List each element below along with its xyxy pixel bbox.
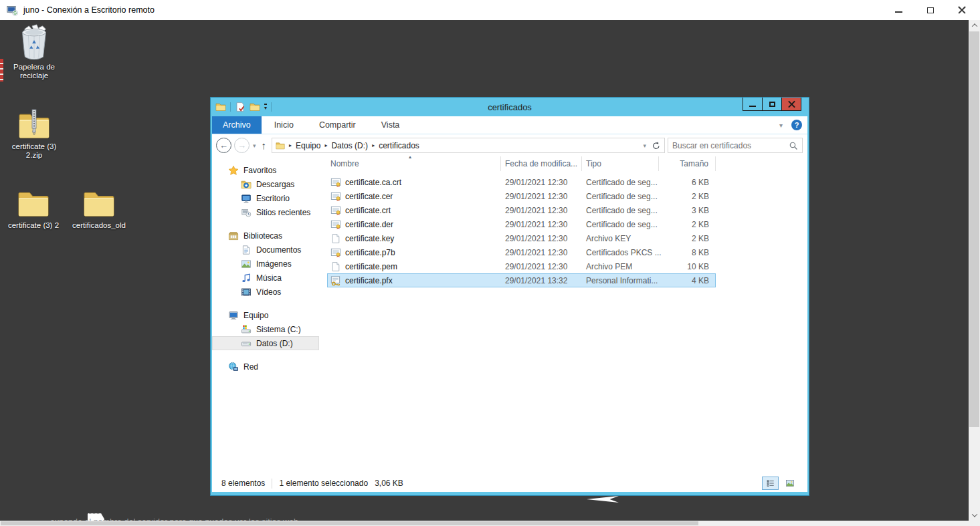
file-row[interactable]: certificate.p7b 29/01/2021 12:30 Certifi…: [327, 245, 716, 259]
explorer-titlebar[interactable]: ▾ certificados: [212, 98, 807, 116]
horizontal-scroll-thumb[interactable]: [1, 521, 698, 525]
desktop-icon-certificados-old[interactable]: certificados_old: [66, 189, 132, 230]
file-date: 29/01/2021 12:30: [501, 234, 582, 243]
desktop-icon-recycle-bin[interactable]: Papelera de reciclaje: [4, 24, 64, 80]
navigation-pane: Favoritos Descargas Escritorio Sitios re…: [212, 156, 319, 475]
window-maximize-button[interactable]: [762, 98, 782, 111]
breadcrumb-datos-d[interactable]: Datos (D:): [331, 141, 368, 150]
ribbon-right-controls: ▾ ?: [779, 116, 802, 134]
breadcrumb-arrow-icon: ▸: [289, 142, 292, 148]
sidebar-item-datos-d[interactable]: Datos (D:): [212, 336, 319, 350]
sidebar-item-imagenes[interactable]: Imágenes: [212, 257, 319, 271]
qat-properties-icon[interactable]: [235, 102, 246, 112]
sidebar-item-label: Escritorio: [256, 194, 290, 203]
sidebar-item-label: Sistema (C:): [256, 325, 301, 334]
window-minimize-button[interactable]: [743, 98, 763, 111]
file-date: 29/01/2021 12:30: [501, 206, 582, 215]
sidebar-item-musica[interactable]: Música: [212, 271, 319, 285]
file-type: Certificado de seg...: [582, 206, 659, 215]
file-row[interactable]: certificate.key 29/01/2021 12:30 Archivo…: [327, 231, 716, 245]
tab-vista[interactable]: Vista: [369, 116, 413, 134]
help-icon[interactable]: ?: [791, 120, 802, 130]
icons-view-button[interactable]: [781, 477, 798, 490]
back-button[interactable]: ←: [216, 138, 231, 153]
ribbon-tab-strip: Archivo Inicio Compartir Vista ▾ ?: [212, 116, 807, 134]
sidebar-item-favoritos[interactable]: Favoritos: [212, 163, 319, 177]
file-date: 29/01/2021 12:30: [501, 178, 582, 187]
search-input[interactable]: [672, 141, 789, 150]
quick-access-toolbar: ▾: [212, 102, 272, 112]
file-row[interactable]: certificate.cer 29/01/2021 12:30 Certifi…: [327, 189, 716, 203]
rdp-horizontal-scrollbar[interactable]: [0, 521, 969, 526]
maximize-icon: [769, 102, 775, 107]
file-row[interactable]: certificate.crt 29/01/2021 12:30 Certifi…: [327, 203, 716, 217]
rdp-vertical-scrollbar[interactable]: [969, 20, 980, 521]
file-date: 29/01/2021 13:32: [501, 276, 582, 285]
host-close-button[interactable]: [946, 0, 977, 20]
zip-folder-icon: [18, 109, 50, 140]
scroll-up-button[interactable]: [969, 20, 980, 31]
host-maximize-button[interactable]: [914, 0, 946, 20]
address-bar[interactable]: ▸ Equipo ▸ Datos (D:) ▸ certificados ▾: [272, 138, 665, 153]
tab-archivo[interactable]: Archivo: [212, 116, 262, 134]
computer-icon: [228, 310, 239, 321]
drive-d-icon: [241, 338, 252, 349]
file-row[interactable]: certificate.pem 29/01/2021 12:30 Archivo…: [327, 259, 716, 273]
window-close-button[interactable]: [781, 98, 801, 111]
file-type: Archivo KEY: [582, 234, 659, 243]
search-icon[interactable]: [789, 141, 798, 150]
certificate-icon: [330, 219, 341, 230]
file-date: 29/01/2021 12:30: [501, 192, 582, 201]
breadcrumb-arrow-icon: ▸: [324, 142, 327, 148]
separator: [230, 102, 231, 112]
qat-customize-icon[interactable]: ▾: [264, 104, 267, 111]
sidebar-item-sitios-recientes[interactable]: Sitios recientes: [212, 205, 319, 219]
host-minimize-button[interactable]: [883, 0, 914, 20]
libraries-icon: [228, 231, 239, 241]
sidebar-item-equipo[interactable]: Equipo: [212, 308, 319, 322]
file-row[interactable]: certificate.ca.crt 29/01/2021 12:30 Cert…: [327, 175, 716, 189]
desktop-icon-certificate-zip[interactable]: certificate (3) 2.zip: [4, 109, 64, 160]
breadcrumb-certificados[interactable]: certificados: [379, 141, 419, 150]
breadcrumb-equipo[interactable]: Equipo: [296, 141, 320, 150]
file-row-selected[interactable]: certificate.pfx 29/01/2021 13:32 Persona…: [327, 273, 716, 287]
column-header-fecha[interactable]: Fecha de modifica...: [501, 156, 582, 171]
address-dropdown-icon[interactable]: ▾: [643, 142, 646, 149]
file-size: 2 KB: [659, 220, 716, 229]
selection-count: 1 elemento seleccionado: [279, 479, 368, 488]
vertical-scroll-thumb[interactable]: [969, 31, 979, 427]
refresh-icon[interactable]: [652, 141, 661, 150]
qat-folder-icon[interactable]: [215, 102, 226, 112]
tab-inicio[interactable]: Inicio: [262, 116, 306, 134]
column-header-tipo[interactable]: Tipo: [582, 156, 659, 171]
desktop-icon-certificate-folder[interactable]: certificate (3) 2: [1, 189, 66, 230]
details-view-button[interactable]: [762, 477, 779, 490]
mouse-cursor: [587, 496, 619, 503]
ribbon-collapse-icon[interactable]: ▾: [779, 122, 783, 129]
sidebar-item-escritorio[interactable]: Escritorio: [212, 191, 319, 205]
file-row[interactable]: certificate.der 29/01/2021 12:30 Certifi…: [327, 217, 716, 231]
recent-locations-icon[interactable]: ▾: [253, 142, 256, 149]
search-box[interactable]: [668, 138, 803, 153]
sidebar-item-sistema-c[interactable]: Sistema (C:): [212, 322, 319, 336]
file-name: certificate.pem: [345, 262, 397, 271]
file-size: 2 KB: [659, 192, 716, 201]
address-toolbar: ← → ▾ ↑ ▸ Equipo ▸ Datos (D:) ▸ certific…: [212, 134, 807, 156]
forward-button[interactable]: →: [234, 138, 250, 153]
qat-new-folder-icon[interactable]: [250, 102, 260, 112]
up-button[interactable]: ↑: [262, 140, 267, 151]
file-size: 3 KB: [659, 206, 716, 215]
sidebar-item-label: Música: [256, 273, 282, 283]
sidebar-item-descargas[interactable]: Descargas: [212, 177, 319, 191]
column-header-tamano[interactable]: Tamaño: [659, 156, 716, 171]
pictures-icon: [241, 259, 252, 269]
sidebar-item-documentos[interactable]: Documentos: [212, 243, 319, 257]
certificate-icon: [330, 177, 341, 188]
sidebar-item-bibliotecas[interactable]: Bibliotecas: [212, 229, 319, 243]
sidebar-item-videos[interactable]: Vídeos: [212, 285, 319, 299]
column-headers: ▴ Nombre Fecha de modifica... Tipo Tamañ…: [319, 156, 807, 171]
scroll-down-button[interactable]: [969, 510, 980, 521]
sort-ascending-icon: ▴: [409, 156, 411, 160]
sidebar-item-red[interactable]: Red: [212, 360, 319, 374]
tab-compartir[interactable]: Compartir: [306, 116, 369, 134]
